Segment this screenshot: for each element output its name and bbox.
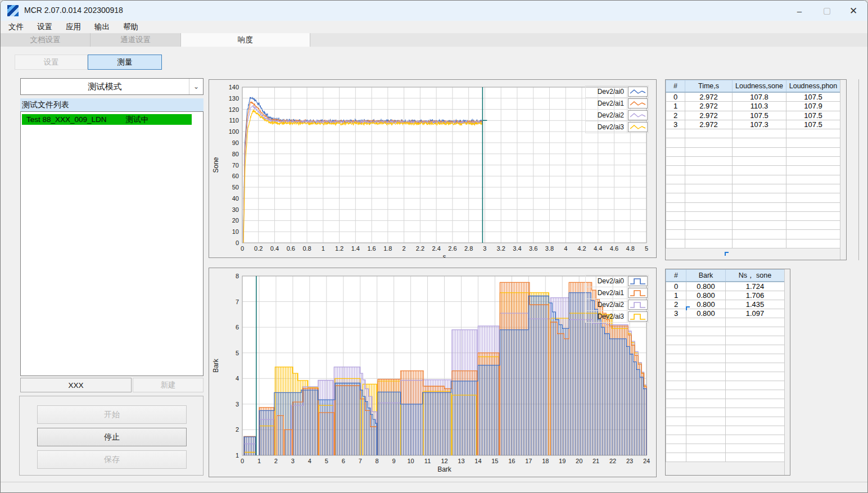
bark-table: #BarkNs， sone00.8001.72410.8001.70620.80… [666, 269, 785, 462]
test-mode-select[interactable]: 测试模式 ⌄ [20, 78, 204, 95]
test-mode-value: 测试模式 [21, 82, 189, 92]
start-button[interactable]: 开始 [37, 405, 187, 424]
table-row [666, 336, 785, 345]
column-header[interactable]: Loudness,sone [733, 80, 786, 93]
table-cell [666, 453, 686, 462]
table-cell [726, 426, 785, 435]
svg-text:5: 5 [645, 245, 648, 252]
table-row[interactable]: 20.8001.435 [666, 300, 785, 309]
table-cell [666, 336, 686, 345]
legend-item[interactable] [627, 275, 649, 287]
menu-item-2[interactable]: 应用 [59, 21, 88, 33]
minimize-button[interactable]: – [786, 1, 812, 21]
table-row[interactable]: 32.972107.3107.5 [666, 120, 840, 129]
table-row[interactable]: 00.8001.724 [666, 282, 785, 291]
menu-bar: 文件设置应用输出帮助 [1, 21, 868, 33]
legend-label[interactable]: Dev2/ai1 [586, 287, 627, 299]
table-cell [733, 175, 786, 184]
svg-text:18: 18 [542, 458, 549, 464]
table-cell: 107.9 [786, 102, 840, 111]
legend-label[interactable]: Dev2/ai2 [586, 110, 627, 121]
column-header[interactable]: # [666, 80, 685, 93]
tab-0[interactable]: 文档设置 [1, 33, 91, 47]
svg-text:3.4: 3.4 [513, 245, 521, 252]
column-header[interactable]: # [666, 270, 686, 282]
column-header[interactable]: Loudness,phon [786, 80, 840, 93]
svg-text:5: 5 [325, 458, 328, 464]
svg-text:0.8: 0.8 [302, 245, 311, 252]
table-cell [666, 390, 686, 399]
subtab-settings[interactable]: 设置 [15, 55, 88, 70]
table-cell [726, 354, 785, 363]
table-row [666, 408, 785, 417]
xxx-button[interactable]: XXX [20, 378, 132, 392]
table-cell [686, 444, 726, 453]
tab-1[interactable]: 通道设置 [91, 33, 181, 47]
legend-label[interactable]: Dev2/ai0 [586, 86, 627, 98]
svg-text:100: 100 [229, 128, 239, 135]
menu-item-1[interactable]: 设置 [30, 21, 59, 33]
table-cell [726, 381, 785, 390]
svg-text:1.4: 1.4 [351, 245, 360, 252]
svg-text:23: 23 [626, 458, 633, 464]
table-cell: 107.5 [733, 111, 786, 120]
close-button[interactable]: ✕ [840, 1, 866, 21]
table-row[interactable]: 30.8001.097 [666, 309, 785, 318]
list-item-active-test[interactable]: Test 88_XXX_009_LDN 测试中 [22, 114, 192, 125]
column-header[interactable]: Time,s [685, 80, 733, 93]
table-row[interactable]: 12.972110.3107.9 [666, 102, 840, 111]
menu-item-3[interactable]: 输出 [88, 21, 116, 33]
table-cell [666, 372, 686, 381]
svg-text:2.8: 2.8 [464, 245, 473, 252]
svg-text:30: 30 [232, 206, 239, 213]
table-cell [733, 202, 786, 211]
loudness-table: #Time,sLoudness,soneLoudness,phon02.9721… [666, 80, 840, 248]
file-list-header: 测试文件列表 [20, 98, 204, 111]
legend-label[interactable]: Dev2/ai1 [586, 98, 627, 110]
legend-item[interactable] [627, 121, 649, 133]
table-row [666, 372, 785, 381]
legend-label[interactable]: Dev2/ai0 [586, 275, 627, 287]
table-cell [786, 184, 840, 193]
legend-label[interactable]: Dev2/ai3 [586, 121, 627, 133]
legend-item[interactable] [627, 86, 649, 98]
subtab-measure[interactable]: 测量 [88, 55, 162, 70]
legend-item[interactable] [627, 299, 649, 311]
tab-2[interactable]: 响度 [181, 33, 310, 47]
table-cell [686, 408, 726, 417]
stop-button[interactable]: 停止 [37, 428, 187, 446]
table-cell: 0.800 [686, 300, 726, 309]
legend-item[interactable] [627, 98, 649, 110]
legend-label[interactable]: Dev2/ai2 [586, 299, 627, 311]
menu-item-4[interactable]: 帮助 [116, 21, 145, 33]
table-cell [666, 345, 686, 354]
new-button[interactable]: 新建 [133, 378, 204, 392]
panel-border-line [858, 79, 859, 260]
save-button[interactable]: 保存 [37, 450, 187, 469]
table-cell [726, 453, 785, 462]
column-header[interactable]: Bark [686, 270, 726, 282]
column-header[interactable]: Ns， sone [726, 270, 785, 282]
legend-item[interactable] [627, 287, 649, 299]
table-row[interactable]: 02.972107.8107.5 [666, 92, 840, 102]
table-cell [666, 202, 685, 211]
table-cell [666, 426, 686, 435]
table-gutter [840, 80, 846, 260]
cell-selection-mark [686, 306, 690, 310]
legend-label[interactable]: Dev2/ai3 [586, 311, 627, 323]
legend-item[interactable] [627, 110, 649, 121]
line-sample-icon [628, 98, 648, 108]
legend-item[interactable] [627, 311, 649, 323]
table-cell [666, 147, 685, 156]
table-row[interactable]: 10.8001.706 [666, 291, 785, 300]
title-bar: MCR 2.07.0.014 202300918 – ▢ ✕ [1, 1, 868, 21]
table-cell [666, 435, 686, 444]
test-file-list[interactable]: Test 88_XXX_009_LDN 测试中 [20, 111, 204, 376]
table-row[interactable]: 22.972107.5107.5 [666, 111, 840, 120]
svg-text:3: 3 [291, 458, 295, 464]
maximize-button[interactable]: ▢ [814, 1, 840, 21]
menu-item-0[interactable]: 文件 [2, 21, 30, 33]
table-cell [666, 211, 685, 220]
table-cell [666, 354, 686, 363]
svg-text:2: 2 [403, 245, 406, 252]
